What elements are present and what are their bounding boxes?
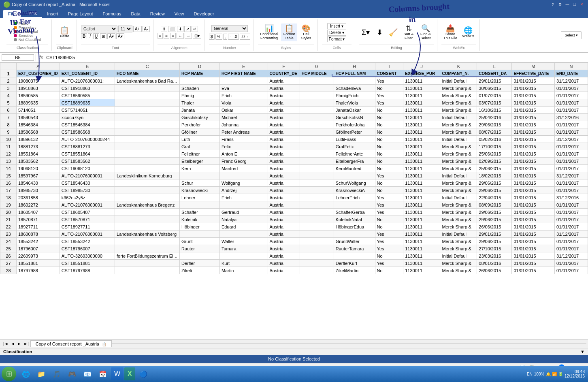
align-center-btn[interactable]: ≡ [164,33,169,39]
cell-r23-c7[interactable] [334,230,375,238]
cell-r3-c11[interactable]: 30/06/2015 [477,85,512,92]
cell-r5-c8[interactable]: Yes [375,99,403,107]
cell-r25-c5[interactable]: Austria [268,245,300,252]
cell-r23-c9[interactable]: 1130011 [403,230,440,238]
cell-r8-c6[interactable] [300,121,334,128]
format-as-table-button[interactable]: 📋 FormatTable [281,23,297,41]
cell-r2-c5[interactable]: Austria [268,77,300,85]
cell-r23-c12[interactable]: 01/01/2015 [512,230,555,238]
cell-r15-c3[interactable] [180,172,220,179]
class-public[interactable]: Public [14,21,41,26]
decrease-indent-btn[interactable]: ← [177,33,184,39]
cell-r19-c5[interactable]: Austria [268,201,300,209]
sheet-nav-next[interactable]: ► [16,341,22,346]
cell-r9-c5[interactable]: Austria [268,128,300,136]
cell-r15-c13[interactable]: 31/12/2017 [555,172,588,179]
cell-r2-c3[interactable] [180,77,220,85]
taskbar-word[interactable]: W [111,367,124,380]
cell-r16-c2[interactable] [115,179,180,187]
cell-r12-c5[interactable]: Austria [268,150,300,158]
cell-r3-c4[interactable]: Eva [219,85,268,92]
cell-r16-c10[interactable]: Merck Sharp & [440,179,477,187]
cell-r28-c3[interactable]: Zikeli [180,267,220,274]
cell-r10-c12[interactable]: 01/01/2015 [512,136,555,143]
cell-r9-c12[interactable]: 01/01/2015 [512,128,555,136]
cell-r20-c6[interactable] [300,209,334,216]
cell-r15-c6[interactable] [300,172,334,179]
cell-r21-c13[interactable]: 01/01/2017 [555,216,588,223]
cell-r14-c7[interactable]: KernManfred [334,165,375,172]
table-row[interactable]: 2518796007CST18796007RauterTamaraAustria… [0,245,588,252]
cell-r23-c1[interactable]: AUTO-21076000001 [60,230,115,238]
cell-r14-c2[interactable] [115,165,180,172]
comma-btn[interactable]: , [223,34,228,40]
cell-r5-c2[interactable] [115,99,180,107]
cell-r28-c1[interactable]: CST18797988 [60,267,115,274]
cell-r2-c6[interactable] [300,77,334,85]
table-row[interactable]: 2622609973AUTO-32603000000forte FortBild… [0,252,588,260]
table-row[interactable]: 2018605407CST18605407SchafferGertraudAus… [0,209,588,216]
cell-r2-c1[interactable]: AUTO-21076000001: [60,77,115,85]
cell-r19-c13[interactable]: 01/01/2017 [555,201,588,209]
cell-r15-c2[interactable]: Landesklinikum Korneuburg [115,172,180,179]
cell-r25-c11[interactable]: 27/10/2015 [477,245,512,252]
cell-r5-c12[interactable]: 01/01/2015 [512,99,555,107]
cell-r10-c5[interactable]: Austria [268,136,300,143]
cell-r3-c6[interactable] [300,85,334,92]
cell-r22-c11[interactable]: 26/06/2015 [477,223,512,230]
cell-r8-c8[interactable]: No [375,121,403,128]
conditional-formatting-button[interactable]: 📊 ConditionalFormatting [258,23,280,41]
cell-r21-c2[interactable] [115,216,180,223]
cell-r12-c12[interactable]: 01/01/2015 [512,150,555,158]
cell-r24-c0[interactable]: 18553242 [17,238,60,245]
cell-r16-c6[interactable] [300,179,334,187]
cell-r27-c6[interactable] [300,260,334,267]
class-sensitive[interactable]: Sensitive [14,34,41,38]
percent-btn[interactable]: % [215,34,222,40]
cell-r8-c11[interactable]: 29/06/2015 [477,121,512,128]
cell-r23-c8[interactable]: Yes [375,230,403,238]
cell-r25-c0[interactable]: 18796007 [17,245,60,252]
cell-r27-c7[interactable]: DerflerKurt [334,260,375,267]
table-row[interactable]: 1618546430CST18546430SchurWolfgangAustri… [0,179,588,187]
cell-r22-c1[interactable]: CST18927711 [60,223,115,230]
cell-r19-c2[interactable]: Landeskrankenhaus Bregenz [115,201,180,209]
cell-r8-c4[interactable]: Johanna [219,121,268,128]
class-proprietary[interactable]: Proprietary [14,26,41,30]
cell-r2-c0[interactable]: 19080375 [17,77,60,85]
cell-r11-c10[interactable]: Merck Sharp & [440,143,477,150]
cell-r5-c5[interactable]: Austria [268,99,300,107]
cell-r16-c7[interactable]: SchurWolfgang [334,179,375,187]
cell-r5-c1[interactable]: CST18899635 [60,99,115,107]
cell-r3-c5[interactable]: Austria [268,85,300,92]
cell-r9-c6[interactable] [300,128,334,136]
cell-r13-c6[interactable] [300,158,334,165]
cell-r28-c2[interactable] [115,267,180,274]
cell-r11-c13[interactable]: 01/01/2017 [555,143,588,150]
cell-r19-c9[interactable]: 1130011 [403,201,440,209]
cell-r6-c12[interactable]: 01/01/2015 [512,107,555,114]
cell-r7-c11[interactable]: 25/04/2016 [477,114,512,121]
cell-r17-c1[interactable]: CST18985730 [60,187,115,194]
cell-r4-c10[interactable]: Merck Sharp & [440,92,477,99]
start-button[interactable]: ⊞ [2,367,16,381]
cell-r13-c13[interactable]: 01/01/2017 [555,158,588,165]
row-header-23[interactable]: 23 [0,230,17,238]
cell-r22-c3[interactable]: Höbinger [180,223,220,230]
row-header-6[interactable]: 6 [0,107,17,114]
align-middle-btn[interactable]: ⬜ [168,26,176,32]
cell-r19-c1[interactable]: AUTO-21076000001 [60,201,115,209]
cell-r14-c13[interactable]: 01/01/2017 [555,165,588,172]
cell-r26-c13[interactable]: 31/12/2017 [555,252,588,260]
cell-r12-c0[interactable]: 18551864 [17,150,60,158]
cell-r26-c5[interactable]: Austria [268,252,300,260]
cell-r4-c4[interactable]: Erich [219,92,268,99]
cell-r3-c8[interactable]: No [375,85,403,92]
cell-r13-c12[interactable]: 01/01/2015 [512,158,555,165]
align-bottom-btn[interactable]: ⬇ [177,26,183,32]
font-name-select[interactable]: Calibri [81,26,117,32]
cell-r8-c5[interactable]: Austria [268,121,300,128]
close-btn[interactable]: ✕ [579,2,585,7]
cell-r15-c8[interactable]: Yes [375,172,403,179]
table-row[interactable]: 2418553242CST18553242GruntWalterAustriaG… [0,238,588,245]
